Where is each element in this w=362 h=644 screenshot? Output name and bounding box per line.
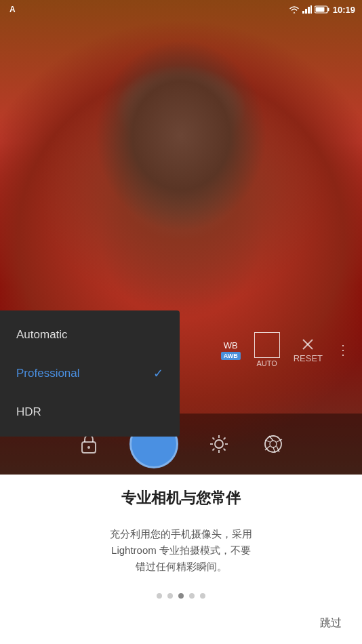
wb-badge: AWB bbox=[221, 352, 241, 360]
skip-row: 跳过 bbox=[20, 616, 342, 630]
promo-title: 专业相机与您常伴 bbox=[121, 488, 241, 508]
professional-label: Professional bbox=[16, 367, 80, 380]
automatic-option[interactable]: Automatic bbox=[0, 316, 180, 354]
aperture-button[interactable] bbox=[260, 430, 287, 458]
promo-section: 专业相机与您常伴 充分利用您的手机摄像头，采用Lightroom 专业拍摄模式，… bbox=[0, 475, 362, 644]
promo-description: 充分利用您的手机摄像头，采用Lightroom 专业拍摄模式，不要错过任何精彩瞬… bbox=[110, 526, 252, 575]
status-bar: A 10:19 bbox=[0, 0, 362, 19]
mode-dropdown: Automatic Professional ✓ HDR bbox=[0, 310, 180, 437]
dot-2 bbox=[167, 593, 173, 599]
svg-rect-5 bbox=[327, 8, 329, 12]
signal-icon bbox=[302, 5, 312, 14]
dot-4 bbox=[189, 593, 195, 599]
dot-5 bbox=[200, 593, 205, 599]
hdr-label: HDR bbox=[16, 405, 41, 419]
reset-item[interactable]: RESET bbox=[294, 337, 323, 363]
more-item[interactable]: ⋮ bbox=[336, 342, 348, 358]
svg-rect-6 bbox=[315, 7, 324, 12]
sun-icon bbox=[209, 434, 229, 454]
aperture-icon bbox=[263, 434, 283, 454]
svg-point-21 bbox=[270, 441, 277, 447]
automatic-label: Automatic bbox=[16, 328, 68, 342]
dot-3 bbox=[178, 593, 184, 599]
dot-1 bbox=[157, 593, 162, 599]
close-icon bbox=[300, 337, 315, 352]
svg-line-17 bbox=[224, 449, 226, 451]
more-dots-icon: ⋮ bbox=[336, 342, 348, 357]
svg-rect-3 bbox=[310, 5, 312, 14]
exposure-button[interactable] bbox=[205, 430, 233, 458]
wb-label: WB bbox=[224, 340, 238, 350]
status-icons bbox=[289, 5, 329, 14]
svg-rect-2 bbox=[308, 7, 310, 14]
check-icon: ✓ bbox=[153, 366, 163, 381]
pagination-dots bbox=[157, 593, 205, 599]
wifi-icon bbox=[289, 5, 300, 14]
svg-line-16 bbox=[213, 438, 215, 440]
wb-item[interactable]: WB AWB bbox=[221, 340, 241, 360]
auto-item[interactable]: AUTO bbox=[254, 332, 280, 367]
reset-label: RESET bbox=[294, 353, 323, 363]
svg-point-20 bbox=[265, 436, 281, 452]
skip-button[interactable]: 跳过 bbox=[320, 616, 342, 630]
svg-line-19 bbox=[213, 449, 215, 451]
hdr-option[interactable]: HDR bbox=[0, 393, 180, 431]
status-right: 10:19 bbox=[289, 5, 355, 15]
svg-line-18 bbox=[224, 438, 226, 440]
auto-label: AUTO bbox=[256, 359, 277, 367]
svg-point-11 bbox=[215, 440, 223, 448]
battery-icon bbox=[315, 5, 329, 14]
focus-frame bbox=[254, 332, 280, 358]
svg-point-10 bbox=[87, 446, 90, 449]
svg-rect-1 bbox=[305, 9, 307, 14]
svg-rect-0 bbox=[302, 11, 304, 14]
status-time: 10:19 bbox=[333, 5, 355, 15]
app-icon: A bbox=[9, 5, 16, 14]
professional-option[interactable]: Professional ✓ bbox=[0, 354, 180, 393]
